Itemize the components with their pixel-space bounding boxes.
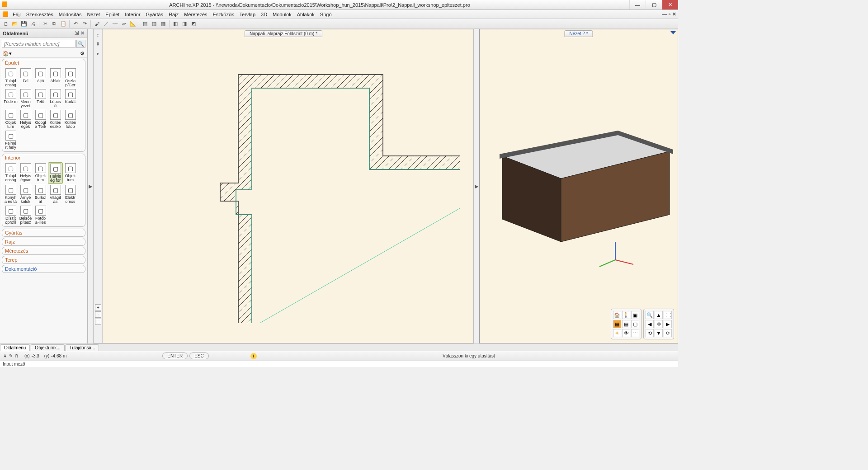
nav-wire-icon[interactable]: ▢ xyxy=(631,320,639,328)
maximize-button[interactable]: ▢ xyxy=(646,0,662,9)
category-gyartas[interactable]: Gyártás xyxy=(2,229,85,237)
epulet-item-4[interactable]: ▢Oszlo p/Ger xyxy=(63,67,78,88)
minimize-button[interactable]: — xyxy=(629,0,646,9)
nav-right-icon[interactable]: ▶ xyxy=(664,320,672,328)
category-epulet-header[interactable]: Épület xyxy=(2,59,85,66)
epulet-item-2[interactable]: ▢Ajtó xyxy=(33,67,48,88)
interior-item-3[interactable]: ▢Helyis ég for xyxy=(48,162,63,184)
measure-icon[interactable]: 📐 xyxy=(129,20,137,28)
epulet-item-5[interactable]: ▢Födé m xyxy=(3,88,18,109)
nav-more-icon[interactable]: ⋯ xyxy=(631,329,639,337)
menu-tervlap[interactable]: Tervlap xyxy=(237,11,258,18)
save-icon[interactable]: 💾 xyxy=(20,20,28,28)
polygon-icon[interactable]: ▱ xyxy=(120,20,128,28)
epulet-item-15[interactable]: ▢Felmé rt hely xyxy=(3,130,18,150)
interior-item-8[interactable]: ▢Világít ás xyxy=(48,184,63,205)
epulet-item-11[interactable]: ▢Helyis égek xyxy=(18,109,33,130)
category-meretezes[interactable]: Méretezés xyxy=(2,247,85,255)
gutter-nav1-icon[interactable]: ⬍ xyxy=(96,41,100,47)
status-snap2-icon[interactable]: ✎ xyxy=(9,353,13,358)
props3-icon[interactable]: ▦ xyxy=(159,20,167,28)
extra1-icon[interactable]: ◧ xyxy=(171,20,179,28)
interior-item-9[interactable]: ▢Elektr omos xyxy=(63,184,78,205)
line-icon[interactable]: ／ xyxy=(102,20,110,28)
home-icon[interactable]: 🏠▾ xyxy=(3,51,12,56)
epulet-item-14[interactable]: ▢Kültéri fotób xyxy=(63,109,78,130)
epulet-item-0[interactable]: ▢Tulajd onság xyxy=(3,67,18,88)
panel-expander-left[interactable]: ▶ xyxy=(88,29,93,343)
interior-item-1[interactable]: ▢Helyis égvar xyxy=(18,162,33,184)
interior-item-4[interactable]: ▢Objek tum xyxy=(63,162,78,184)
nav-layers-icon[interactable]: ▤ xyxy=(622,320,630,328)
interior-item-2[interactable]: ▢Objek tum xyxy=(33,162,48,184)
interior-item-11[interactable]: ▢Belsőé pítész xyxy=(18,205,33,226)
menu-modositas[interactable]: Módosítás xyxy=(56,11,85,18)
epulet-item-13[interactable]: ▢Kültéri eszkö xyxy=(48,109,63,130)
esc-button[interactable]: ESC xyxy=(189,352,209,359)
gutter-updown-icon[interactable]: ↕ xyxy=(97,32,99,38)
menu-epulet[interactable]: Épület xyxy=(103,11,122,18)
interior-item-5[interactable]: ▢Konyh a és tá xyxy=(3,184,18,205)
epulet-item-10[interactable]: ▢Objek tum xyxy=(3,109,18,130)
nav-zoom-icon[interactable]: 🔍 xyxy=(646,311,654,319)
open-icon[interactable]: 📂 xyxy=(11,20,19,28)
epulet-item-1[interactable]: ▢Fal xyxy=(18,67,33,88)
mdi-close-icon[interactable]: ✕ xyxy=(672,11,676,17)
view-2d[interactable]: ↕ ⬍ ▸ Nappali_alaprajz Földszint (0 m) *… xyxy=(93,29,474,343)
status-snap1-icon[interactable]: Ａ xyxy=(3,353,7,359)
nav-eye-icon[interactable]: 👁 xyxy=(622,329,630,337)
zoom-in-button[interactable]: + xyxy=(95,304,101,310)
gear-icon[interactable]: ⚙ xyxy=(80,51,85,56)
epulet-item-7[interactable]: ▢Tető xyxy=(33,88,48,109)
zoom-reset-button[interactable]: · xyxy=(95,311,101,318)
polyline-icon[interactable]: 〰 xyxy=(111,20,119,28)
gutter-nav2-icon[interactable]: ▸ xyxy=(97,51,99,56)
paste-icon[interactable]: 📋 xyxy=(59,20,67,28)
props2-icon[interactable]: ▥ xyxy=(150,20,158,28)
tab-objektumk[interactable]: Objektumk... xyxy=(31,344,64,351)
view-3d[interactable]: Nézet 2 * 🏠 🚶 ▣ ▦ ▤ ▢ ☀ 👁 ⋯ xyxy=(479,29,678,343)
epulet-item-12[interactable]: ▢Googl e Térk xyxy=(33,109,48,130)
menu-nezet[interactable]: Nézet xyxy=(84,11,103,18)
menu-gyartas[interactable]: Gyártás xyxy=(143,11,166,18)
props1-icon[interactable]: ▤ xyxy=(141,20,149,28)
extra3-icon[interactable]: ◩ xyxy=(189,20,198,28)
nav-orbit-icon[interactable]: ✥ xyxy=(655,320,663,328)
category-terep[interactable]: Terep xyxy=(2,256,85,264)
menu-ablakok[interactable]: Ablakok xyxy=(294,11,317,18)
brush-icon[interactable]: 🖌 xyxy=(93,20,101,28)
nav-home-icon[interactable]: 🏠 xyxy=(613,311,621,319)
view-2d-tab[interactable]: Nappali_alaprajz Földszint (0 m) * xyxy=(245,30,322,37)
new-icon[interactable]: 🗋 xyxy=(2,20,10,28)
print-icon[interactable]: 🖨 xyxy=(29,20,37,28)
enter-button[interactable]: ENTER xyxy=(162,352,188,359)
redo-icon[interactable]: ↷ xyxy=(80,20,89,28)
menu-eszkozok[interactable]: Eszközök xyxy=(210,11,237,18)
category-rajz[interactable]: Rajz xyxy=(2,238,85,246)
interior-item-10[interactable]: ▢Díszít oprofil xyxy=(3,205,18,226)
nav-cube-icon[interactable]: ▦ xyxy=(613,320,621,328)
nav-down-icon[interactable]: ▼ xyxy=(655,329,663,337)
interior-item-6[interactable]: ▢Árnyé kolók xyxy=(18,184,33,205)
nav-up-icon[interactable]: ▲ xyxy=(655,311,663,319)
search-button[interactable]: 🔍 xyxy=(76,40,85,48)
category-interior-header[interactable]: Interior xyxy=(2,154,85,161)
interior-item-12[interactable]: ▢Fotób a-illes xyxy=(33,205,48,226)
copy-icon[interactable]: ⧉ xyxy=(50,20,58,28)
cut-icon[interactable]: ✂ xyxy=(41,20,49,28)
epulet-item-8[interactable]: ▢Lépcs ő xyxy=(48,88,63,109)
nav-sun-icon[interactable]: ☀ xyxy=(613,329,621,337)
zoom-out-button[interactable]: − xyxy=(95,319,101,325)
nav-left-icon[interactable]: ◀ xyxy=(646,320,654,328)
epulet-item-6[interactable]: ▢Menn yezet xyxy=(18,88,33,109)
tab-oldalmenu[interactable]: Oldalmenü xyxy=(0,344,30,351)
panel-close-icon[interactable]: ✕ xyxy=(80,30,85,36)
nav-fit-icon[interactable]: ⛶ xyxy=(664,311,672,319)
interior-item-7[interactable]: ▢Burkol at xyxy=(33,184,48,205)
epulet-item-9[interactable]: ▢Korlát xyxy=(63,88,78,109)
menu-modulok[interactable]: Modulok xyxy=(270,11,294,18)
menu-3d[interactable]: 3D xyxy=(258,11,270,18)
tab-tulajdonsa[interactable]: Tulajdonsá... xyxy=(66,344,99,351)
status-snap3-icon[interactable]: Ｒ xyxy=(14,353,19,359)
menu-rajz[interactable]: Rajz xyxy=(166,11,181,18)
